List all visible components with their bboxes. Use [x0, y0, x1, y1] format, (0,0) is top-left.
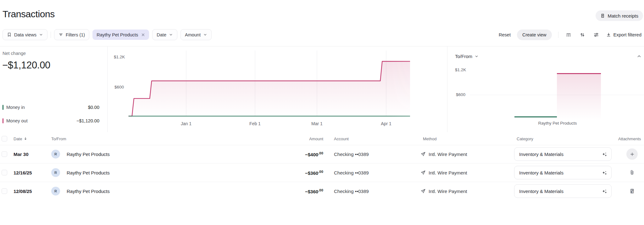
- counterparty-name: Raythy Pet Products: [67, 189, 110, 194]
- net-change-value: −$1,120.00: [2, 60, 50, 71]
- column-header-date[interactable]: Date: [14, 136, 27, 141]
- column-header-method[interactable]: Method: [423, 136, 436, 141]
- money-out-value: −$1,120.00: [76, 118, 99, 123]
- y-axis-tick: $1.2K: [455, 67, 466, 72]
- filter-chip-label: Raythy Pet Products: [97, 32, 138, 37]
- category-label: Inventory & Materials: [519, 170, 564, 175]
- active-filter-chip[interactable]: Raythy Pet Products: [92, 29, 149, 40]
- paper-plane-icon: [420, 152, 426, 157]
- ai-sparkle-icon: [602, 151, 607, 157]
- account: Checking ••0389: [334, 152, 369, 157]
- money-in-bar: [514, 116, 557, 117]
- ai-sparkle-icon: [602, 170, 607, 175]
- row-checkbox[interactable]: [2, 151, 7, 157]
- view-toolbar: Reset Create view Export filtered: [499, 29, 641, 40]
- column-header-account[interactable]: Account: [334, 136, 349, 141]
- amount-filter-label: Amount: [185, 32, 201, 37]
- collapse-panel-button[interactable]: [637, 54, 641, 59]
- table-row[interactable]: Mar 30 R Raythy Pet Products −$400.00 Ch…: [0, 145, 644, 163]
- close-icon[interactable]: [141, 33, 145, 37]
- counterparty-name: Raythy Pet Products: [67, 170, 110, 175]
- date-filter-label: Date: [157, 32, 166, 37]
- chevron-down-icon: [475, 54, 479, 58]
- sort-button[interactable]: [579, 31, 586, 39]
- avatar: R: [51, 150, 60, 158]
- transaction-amount: −$360.00: [305, 170, 323, 176]
- chevron-down-icon: [203, 33, 207, 37]
- money-out-legend-bar: [3, 118, 3, 123]
- avatar: R: [51, 187, 60, 196]
- toolbar-separator: [51, 32, 51, 38]
- transaction-amount: −$400.00: [305, 151, 323, 157]
- create-view-button[interactable]: Create view: [517, 29, 552, 40]
- payment-method: Intl. Wire Payment: [429, 189, 467, 194]
- select-all-checkbox[interactable]: [2, 136, 7, 142]
- add-attachment-button[interactable]: [626, 148, 638, 160]
- category-select[interactable]: Inventory & Materials: [514, 166, 612, 179]
- category-label: Inventory & Materials: [519, 189, 564, 194]
- filters-button[interactable]: Filters (1): [54, 29, 89, 40]
- export-filtered-label: Export filtered: [613, 32, 641, 37]
- transaction-amount: −$360.00: [305, 188, 323, 194]
- paper-plane-icon: [420, 170, 426, 175]
- net-change-chart: $1.2K $600 Jan 1 Feb: [107, 46, 447, 132]
- table-header: Date To/From Amount Account Method Categ…: [0, 132, 644, 145]
- receipt-attachment-icon[interactable]: $: [629, 188, 635, 194]
- x-axis-tick: Feb 1: [249, 121, 261, 126]
- column-header-category[interactable]: Category: [517, 136, 533, 141]
- bar-category-label: Raythy Pet Products: [532, 121, 583, 126]
- money-in-legend-bar: [3, 105, 3, 110]
- toolbar-separator: [558, 32, 558, 38]
- svg-text:$: $: [632, 191, 633, 193]
- category-select[interactable]: Inventory & Materials: [514, 185, 612, 198]
- column-header-attachments[interactable]: Attachments: [618, 136, 641, 141]
- transaction-date: 12/16/25: [14, 170, 32, 175]
- amount-filter-button[interactable]: Amount: [180, 29, 212, 40]
- money-out-bar: [557, 73, 601, 120]
- money-out-area: [129, 62, 410, 116]
- category-label: Inventory & Materials: [519, 152, 564, 157]
- y-axis-tick: $600: [456, 92, 465, 97]
- money-in-label: Money in: [6, 105, 25, 110]
- column-header-amount[interactable]: Amount: [309, 136, 323, 141]
- category-select[interactable]: Inventory & Materials: [514, 147, 612, 161]
- row-checkbox[interactable]: [2, 170, 7, 175]
- data-views-button[interactable]: Data views: [3, 29, 47, 40]
- money-out-row: Money out −$1,120.00: [3, 118, 99, 124]
- receipt-icon: [600, 13, 605, 18]
- filter-icon: [58, 32, 63, 37]
- reset-button[interactable]: Reset: [499, 32, 511, 37]
- tofrom-breakdown-panel: To/From $1.2K $600 Raythy Pet Products: [447, 46, 644, 132]
- x-axis-tick: Jan 1: [181, 121, 192, 126]
- filter-toolbar: Data views Filters (1) Raythy Pet Produc…: [3, 29, 212, 40]
- transaction-date: Mar 30: [14, 152, 29, 157]
- paperclip-icon[interactable]: [629, 169, 635, 176]
- table-row[interactable]: 12/16/25 R Raythy Pet Products −$360.00 …: [0, 163, 644, 182]
- ai-sparkle-icon: [602, 188, 607, 194]
- match-receipts-button[interactable]: Match receipts: [596, 10, 643, 21]
- download-icon: [606, 32, 611, 37]
- tofrom-dropdown[interactable]: To/From: [455, 54, 479, 59]
- bookmark-icon: [7, 32, 12, 37]
- tofrom-label: To/From: [455, 54, 472, 59]
- table-row[interactable]: 12/08/25 R Raythy Pet Products −$360.00 …: [0, 182, 644, 200]
- date-filter-button[interactable]: Date: [152, 29, 177, 40]
- settings-sliders-button[interactable]: [592, 31, 600, 39]
- chevron-down-icon: [169, 33, 173, 37]
- match-receipts-label: Match receipts: [608, 13, 638, 19]
- avatar: R: [51, 168, 60, 177]
- data-views-label: Data views: [14, 32, 36, 37]
- y-axis-tick: $600: [114, 85, 124, 89]
- sort-descending-icon: [24, 137, 27, 141]
- money-in-value: $0.00: [88, 105, 99, 110]
- filters-label: Filters (1): [66, 32, 85, 37]
- column-header-tofrom[interactable]: To/From: [51, 136, 66, 141]
- counterparty-name: Raythy Pet Products: [67, 152, 110, 157]
- export-filtered-button[interactable]: Export filtered: [606, 32, 641, 37]
- y-axis-tick: $1.2K: [114, 55, 125, 59]
- x-axis-tick: Mar 1: [311, 121, 323, 126]
- money-out-label: Money out: [6, 118, 28, 123]
- chevron-down-icon: [39, 33, 43, 37]
- row-checkbox[interactable]: [2, 188, 7, 194]
- table-density-button[interactable]: [565, 31, 572, 39]
